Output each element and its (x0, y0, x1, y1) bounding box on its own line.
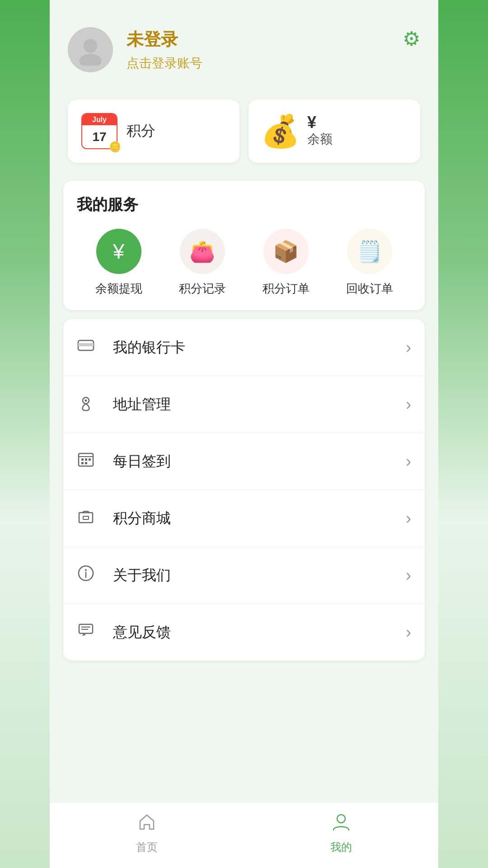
feedback-icon (77, 621, 104, 643)
profile-subtitle: 点击登录账号 (127, 55, 420, 72)
profile-info[interactable]: 未登录 点击登录账号 (127, 28, 420, 72)
bottom-nav: 首页 我的 (50, 802, 438, 868)
services-section: 我的服务 ¥ 余额提现 👛 积分记录 📦 积分订单 (63, 181, 425, 310)
balance-label: 余额 (307, 131, 333, 148)
yen-symbol: ¥ (307, 114, 333, 131)
calendar-month: July (82, 114, 117, 125)
services-title: 我的服务 (77, 194, 411, 215)
service-item-recycle-order[interactable]: 🗒️ 回收订单 (346, 229, 393, 297)
menu-item-bank-card[interactable]: 我的银行卡 › (63, 319, 425, 376)
svg-rect-3 (78, 343, 94, 346)
points-record-label: 积分记录 (179, 281, 226, 297)
service-item-points-record[interactable]: 👛 积分记录 (179, 229, 226, 297)
withdraw-icon-wrap: ¥ (96, 229, 141, 274)
mine-label: 我的 (330, 840, 352, 854)
menu-item-about-us[interactable]: 关于我们 › (63, 547, 425, 604)
svg-rect-11 (81, 462, 84, 464)
home-icon (137, 812, 157, 836)
bank-card-chevron: › (406, 338, 411, 357)
svg-rect-9 (85, 458, 87, 461)
settings-icon[interactable]: ⚙ (403, 27, 420, 50)
menu-section: 我的银行卡 › 地址管理 › (63, 319, 425, 660)
svg-point-1 (80, 54, 102, 66)
address-label: 地址管理 (113, 395, 406, 415)
recycle-order-icon: 🗒️ (357, 239, 382, 264)
nav-item-home[interactable]: 首页 (50, 812, 244, 854)
withdraw-label: 余额提现 (95, 281, 142, 297)
about-us-chevron: › (406, 566, 411, 585)
points-record-icon: 👛 (189, 239, 215, 264)
svg-point-5 (85, 400, 87, 402)
points-mall-label: 积分商城 (113, 509, 406, 528)
home-label: 首页 (136, 840, 158, 854)
points-mall-icon (77, 507, 104, 529)
svg-rect-12 (85, 462, 87, 464)
menu-item-address[interactable]: 地址管理 › (63, 376, 425, 433)
svg-rect-14 (83, 516, 89, 519)
svg-point-0 (84, 39, 98, 53)
bank-card-icon (77, 336, 104, 359)
svg-rect-13 (79, 513, 93, 523)
mine-icon (331, 812, 351, 836)
menu-item-daily-checkin[interactable]: 每日签到 › (63, 433, 425, 490)
points-record-icon-wrap: 👛 (180, 229, 225, 274)
profile-name: 未登录 (127, 28, 420, 51)
points-order-icon: 📦 (273, 239, 299, 264)
points-label: 积分 (127, 121, 155, 141)
service-item-withdraw[interactable]: ¥ 余额提现 (95, 229, 142, 297)
balance-card[interactable]: 💰 ¥ 余额 (249, 99, 420, 163)
svg-rect-8 (81, 458, 84, 461)
profile-section: 未登录 点击登录账号 ⚙ (50, 0, 438, 90)
recycle-order-label: 回收订单 (346, 281, 393, 297)
money-bag-icon: 💰 (262, 113, 298, 149)
points-mall-chevron: › (406, 509, 411, 528)
points-card[interactable]: July 17 🪙 积分 (68, 99, 239, 163)
about-us-label: 关于我们 (113, 566, 406, 585)
bank-card-label: 我的银行卡 (113, 338, 406, 358)
points-order-icon-wrap: 📦 (263, 229, 309, 274)
recycle-order-icon-wrap: 🗒️ (347, 229, 392, 274)
coin-icon: 🪙 (109, 141, 121, 153)
nav-item-mine[interactable]: 我的 (244, 812, 438, 854)
cards-row: July 17 🪙 积分 💰 ¥ 余额 (50, 90, 438, 176)
services-grid: ¥ 余额提现 👛 积分记录 📦 积分订单 🗒️ 回收订 (77, 229, 411, 297)
withdraw-icon: ¥ (113, 239, 125, 264)
service-item-points-order[interactable]: 📦 积分订单 (263, 229, 310, 297)
menu-item-points-mall[interactable]: 积分商城 › (63, 490, 425, 547)
svg-point-17 (85, 569, 87, 571)
about-us-icon (77, 564, 104, 586)
address-icon (77, 393, 104, 415)
svg-point-21 (337, 815, 345, 823)
avatar[interactable] (68, 27, 113, 72)
points-order-label: 积分订单 (263, 281, 310, 297)
svg-rect-10 (89, 458, 91, 461)
daily-checkin-label: 每日签到 (113, 452, 406, 472)
menu-item-feedback[interactable]: 意见反馈 › (63, 604, 425, 660)
feedback-label: 意见反馈 (113, 623, 406, 642)
daily-checkin-icon (77, 450, 104, 472)
address-chevron: › (406, 395, 411, 414)
daily-checkin-chevron: › (406, 452, 411, 471)
feedback-chevron: › (406, 623, 411, 642)
